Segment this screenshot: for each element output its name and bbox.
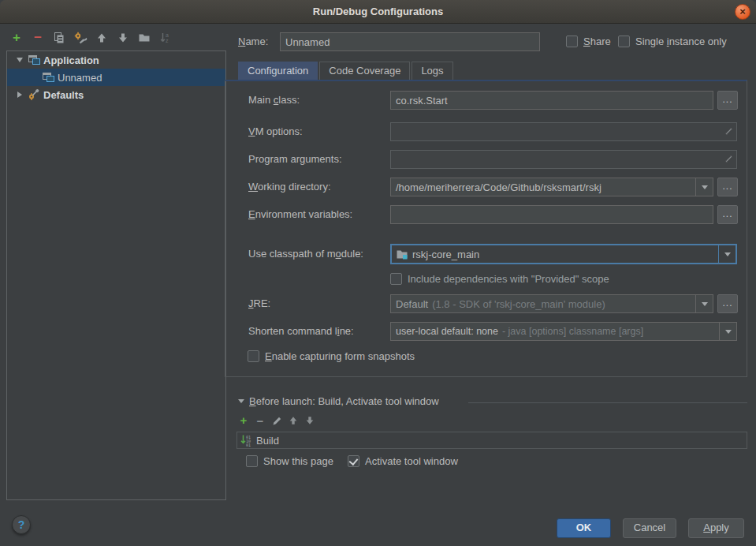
name-input[interactable] — [280, 32, 540, 51]
section-separator — [468, 402, 747, 403]
move-up-icon[interactable] — [95, 31, 109, 45]
settings-wrench-icon — [28, 88, 41, 101]
shorten-command-line-label: Shorten command line: — [248, 322, 354, 341]
svg-text:z: z — [166, 38, 169, 43]
add-icon[interactable]: + — [9, 31, 24, 45]
move-task-down-icon[interactable] — [304, 415, 315, 426]
program-arguments-label: Program arguments: — [248, 150, 342, 169]
show-this-page-label: Show this page — [263, 454, 333, 468]
use-classpath-label: Use classpath of module: — [248, 245, 363, 264]
main-class-browse-button[interactable]: ... — [717, 91, 738, 110]
remove-task-icon[interactable]: − — [255, 415, 266, 426]
cancel-button[interactable]: Cancel — [623, 518, 676, 538]
collapse-section-icon[interactable] — [238, 399, 244, 403]
shorten-command-line-value: user-local default: none — [396, 326, 498, 337]
tree-item-label: Unnamed — [58, 72, 102, 84]
titlebar: Run/Debug Configurations × — [0, 0, 756, 24]
shorten-command-line-combo[interactable]: user-local default: none - java [options… — [390, 322, 737, 341]
share-checkbox[interactable] — [566, 36, 578, 47]
before-launch-task-list: 01 10 01 Build — [236, 432, 747, 449]
application-icon — [42, 71, 55, 84]
tree-item-defaults[interactable]: Defaults — [7, 86, 225, 103]
module-classpath-combo[interactable]: rskj-core_main — [390, 244, 737, 264]
move-down-icon[interactable] — [116, 31, 130, 45]
edit-task-icon[interactable] — [271, 415, 282, 426]
svg-text:a: a — [166, 32, 169, 38]
capture-snapshots-label: Enable capturing form snapshots — [265, 350, 415, 363]
tab-logs[interactable]: Logs — [412, 62, 452, 80]
single-instance-checkbox[interactable] — [618, 36, 630, 47]
include-provided-checkbox[interactable] — [390, 273, 402, 285]
show-this-page-checkbox[interactable] — [246, 455, 258, 467]
configurations-tree: Application Unnamed Defaults — [6, 50, 226, 500]
jre-browse-button[interactable]: ... — [717, 294, 738, 313]
expand-field-icon[interactable] — [724, 126, 734, 136]
environment-variables-browse-button[interactable]: ... — [717, 205, 738, 224]
vm-options-input[interactable] — [390, 122, 737, 141]
name-label: Name: — [238, 32, 268, 51]
compile-icon: 01 10 01 — [240, 434, 253, 447]
main-class-label: Main class: — [248, 91, 300, 110]
vm-options-label: VM options: — [248, 122, 303, 141]
working-directory-label: Working directory: — [248, 178, 331, 196]
expand-field-icon[interactable] — [724, 154, 734, 164]
share-label: Share — [583, 35, 611, 48]
copy-icon[interactable] — [52, 31, 66, 45]
application-icon — [28, 54, 41, 66]
program-arguments-input[interactable] — [390, 150, 737, 169]
main-class-input[interactable] — [390, 91, 713, 110]
dropdown-arrow-icon[interactable] — [718, 245, 736, 263]
ok-button[interactable]: OK — [557, 518, 611, 538]
tree-item-label: Defaults — [43, 89, 84, 101]
capture-snapshots-checkbox[interactable] — [248, 350, 259, 362]
jre-combo[interactable]: Default (1.8 - SDK of 'rskj-core_main' m… — [390, 294, 713, 313]
run-debug-configurations-dialog: { "window": { "title": "Run/Debug Config… — [0, 0, 756, 546]
expand-collapse-icon[interactable] — [17, 58, 23, 62]
configurations-toolbar: + − az — [9, 31, 173, 45]
jre-value-detail: (1.8 - SDK of 'rskj-core_main' module) — [432, 298, 605, 310]
help-icon[interactable]: ? — [12, 515, 31, 534]
remove-icon[interactable]: − — [31, 31, 45, 45]
dropdown-arrow-icon[interactable] — [695, 295, 713, 312]
module-icon — [396, 249, 408, 260]
jre-label: JRE: — [248, 294, 270, 313]
add-task-icon[interactable]: + — [238, 415, 249, 426]
tab-bar: Configuration Code Coverage Logs — [238, 62, 455, 80]
jre-value: Default — [396, 298, 428, 310]
tab-configuration[interactable]: Configuration — [238, 62, 318, 80]
dropdown-arrow-icon[interactable] — [719, 323, 736, 340]
working-directory-value: /home/meriherrera/Code/Github/rsksmart/r… — [396, 181, 601, 193]
tab-code-coverage[interactable]: Code Coverage — [319, 62, 410, 80]
include-provided-label: Include dependencies with "Provided" sco… — [408, 272, 609, 286]
tree-item-application[interactable]: Application — [7, 51, 225, 69]
apply-button[interactable]: Apply — [688, 518, 744, 538]
before-launch-header[interactable]: Before launch: Build, Activate tool wind… — [238, 395, 439, 407]
environment-variables-input[interactable] — [390, 205, 713, 224]
tree-item-unnamed[interactable]: Unnamed — [7, 69, 225, 86]
environment-variables-label: Environment variables: — [248, 205, 352, 224]
before-launch-label: Before launch: Build, Activate tool wind… — [249, 395, 439, 407]
move-task-up-icon[interactable] — [288, 415, 299, 426]
expand-collapse-icon[interactable] — [17, 92, 22, 98]
task-label[interactable]: Build — [256, 435, 279, 447]
tree-item-label: Application — [43, 54, 99, 66]
single-instance-label: Single instance only — [635, 35, 727, 48]
module-classpath-value: rskj-core_main — [412, 249, 479, 260]
before-launch-toolbar: + − — [238, 415, 315, 426]
working-directory-browse-button[interactable]: ... — [717, 178, 738, 196]
new-folder-icon[interactable] — [137, 31, 151, 45]
activate-tool-window-checkbox[interactable] — [348, 455, 359, 467]
working-directory-combo[interactable]: /home/meriherrera/Code/Github/rsksmart/r… — [390, 178, 713, 196]
edit-defaults-wrench-icon[interactable] — [73, 31, 88, 45]
window-title: Run/Debug Configurations — [0, 0, 756, 23]
dropdown-arrow-icon[interactable] — [695, 178, 713, 196]
activate-tool-window-label: Activate tool window — [365, 454, 458, 468]
svg-text:01: 01 — [246, 443, 251, 447]
close-icon[interactable]: × — [735, 4, 750, 20]
sort-alphabetically-icon[interactable]: az — [158, 31, 173, 45]
shorten-command-line-detail: - java [options] classname [args] — [502, 326, 643, 337]
